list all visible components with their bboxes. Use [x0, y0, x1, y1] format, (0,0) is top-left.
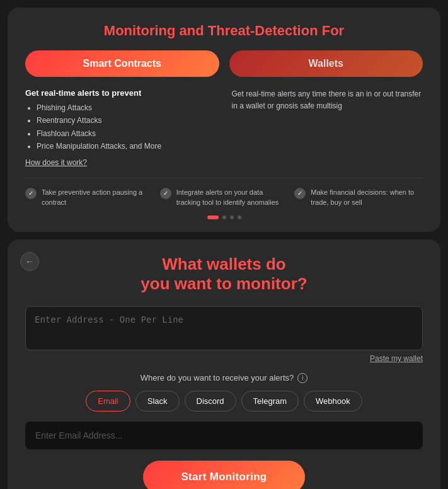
card1-divider — [25, 178, 423, 178]
card-monitoring: Monitoring and Threat-Detection For Smar… — [8, 8, 440, 232]
tab-smart-contracts[interactable]: Smart Contracts — [25, 50, 219, 77]
channel-telegram[interactable]: Telegram — [241, 391, 299, 411]
features-row: Get real-time alerts to prevent Phishing… — [25, 88, 423, 168]
smart-feature-title: Get real-time alerts to prevent — [25, 88, 217, 98]
paste-my-wallet-link[interactable]: Paste my wallet — [25, 354, 423, 363]
alerts-label: Where do you want to receive your alerts… — [25, 373, 423, 383]
info-icon: i — [297, 373, 307, 383]
tab-wallets[interactable]: Wallets — [229, 50, 423, 77]
list-item: Price Manipulation Attacks, and More — [37, 140, 217, 152]
channel-email[interactable]: Email — [86, 391, 130, 411]
start-monitoring-button[interactable]: Start Monitoring — [143, 461, 304, 489]
benefit-3: Make financial decisions: when to trade,… — [294, 187, 423, 208]
benefit-2: Integrate alerts on your data tracking t… — [160, 187, 289, 208]
channel-webhook[interactable]: Webhook — [304, 391, 362, 411]
tabs-row: Smart Contracts Wallets — [25, 50, 423, 77]
dot-1 — [207, 216, 219, 219]
address-input[interactable] — [25, 306, 423, 350]
channel-discord[interactable]: Discord — [185, 391, 236, 411]
card2-title-highlight: you want to monitor? — [141, 274, 307, 293]
smart-contracts-features: Get real-time alerts to prevent Phishing… — [25, 88, 217, 168]
card2-title: What wallets do you want to monitor? — [25, 255, 423, 294]
list-item: Phishing Attacks — [37, 101, 217, 114]
address-input-wrap — [25, 306, 423, 350]
dot-4 — [238, 216, 241, 219]
check-icon-3 — [294, 188, 306, 199]
dot-3 — [230, 216, 234, 219]
channel-buttons: Email Slack Discord Telegram Webhook — [25, 391, 423, 411]
wallets-features: Get real-time alerts any time there is a… — [232, 88, 423, 168]
wallets-desc: Get real-time alerts any time there is a… — [232, 88, 423, 112]
channel-slack[interactable]: Slack — [135, 391, 180, 411]
dot-2 — [222, 216, 226, 219]
check-icon-1 — [25, 188, 37, 199]
card1-dots — [25, 216, 423, 219]
benefits-row: Take preventive action pausing a contrac… — [25, 187, 423, 208]
card1-title: Monitoring and Threat-Detection For — [25, 23, 423, 39]
card-wallets-monitor: ← What wallets do you want to monitor? P… — [8, 239, 440, 489]
list-item: Reentrancy Attacks — [37, 114, 217, 127]
check-icon-2 — [160, 188, 171, 199]
how-does-it-work-link[interactable]: How does it work? — [25, 158, 87, 167]
smart-features-list: Phishing Attacks Reentrancy Attacks Flas… — [25, 101, 217, 153]
benefit-1: Take preventive action pausing a contrac… — [25, 187, 154, 208]
email-input[interactable] — [25, 422, 423, 449]
list-item: Flashloan Attacks — [37, 127, 217, 140]
back-button[interactable]: ← — [20, 252, 39, 271]
